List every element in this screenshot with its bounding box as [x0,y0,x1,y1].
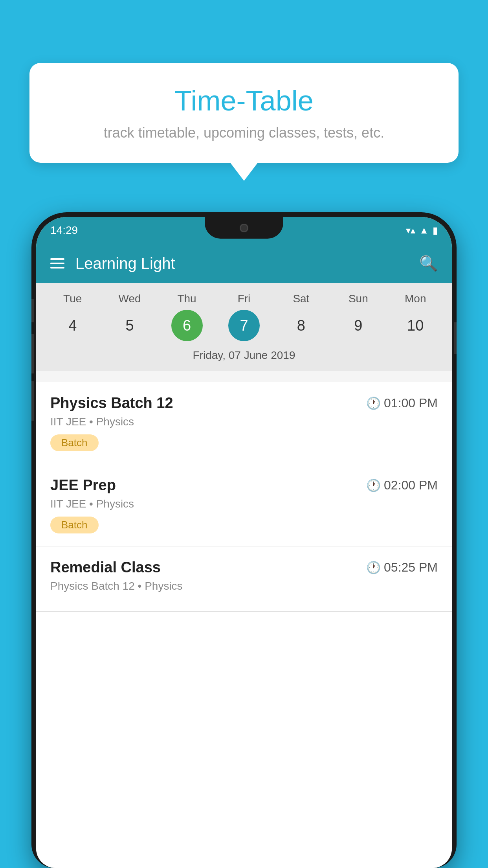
calendar-strip: Tue Wed Thu Fri Sat Sun Mon 4 5 6 7 8 9 … [36,283,452,371]
batch-badge-1: Batch [50,434,99,451]
status-icons: ▾▴ ▲ ▮ [406,225,438,236]
schedule-list: Physics Batch 12 🕐 01:00 PM IIT JEE • Ph… [36,382,452,868]
day-header-mon: Mon [396,292,435,305]
camera [240,224,248,232]
day-4[interactable]: 4 [57,310,88,341]
day-header-wed: Wed [110,292,149,305]
silent-button [31,381,34,421]
phone-frame: 14:29 ▾▴ ▲ ▮ Learning Light 🔍 Tue Wed Th… [31,212,457,868]
selected-date-label: Friday, 07 June 2019 [36,346,452,368]
schedule-name-1: Physics Batch 12 [50,395,173,412]
day-header-thu: Thu [167,292,207,305]
schedule-meta-2: IIT JEE • Physics [50,498,438,510]
power-button [454,322,457,354]
schedule-item-1-header: Physics Batch 12 🕐 01:00 PM [50,395,438,412]
day-10[interactable]: 10 [400,310,431,341]
schedule-time-3: 🕐 05:25 PM [366,560,438,575]
clock-icon-2: 🕐 [366,478,381,492]
day-7-selected[interactable]: 7 [228,310,260,341]
day-header-sat: Sat [281,292,321,305]
schedule-meta-1: IIT JEE • Physics [50,416,438,428]
day-9[interactable]: 9 [343,310,374,341]
status-time: 14:29 [50,224,78,237]
schedule-name-2: JEE Prep [50,477,116,494]
schedule-meta-3: Physics Batch 12 • Physics [50,580,438,592]
phone-screen: 14:29 ▾▴ ▲ ▮ Learning Light 🔍 Tue Wed Th… [36,217,452,868]
schedule-time-2: 🕐 02:00 PM [366,478,438,493]
volume-down-button [31,334,34,373]
app-title: Learning Light [75,255,419,272]
volume-up-button [31,299,34,322]
app-bar: Learning Light 🔍 [36,244,452,283]
tooltip-title: Time-Table [53,85,435,117]
schedule-item-3[interactable]: Remedial Class 🕐 05:25 PM Physics Batch … [36,546,452,612]
day-header-sun: Sun [339,292,378,305]
wifi-icon: ▾▴ [406,225,415,236]
tooltip-card: Time-Table track timetable, upcoming cla… [29,63,459,163]
schedule-item-3-header: Remedial Class 🕐 05:25 PM [50,559,438,576]
clock-icon-3: 🕐 [366,561,381,574]
day-header-fri: Fri [224,292,264,305]
schedule-item-2[interactable]: JEE Prep 🕐 02:00 PM IIT JEE • Physics Ba… [36,464,452,546]
battery-icon: ▮ [433,225,438,236]
search-icon[interactable]: 🔍 [419,255,438,272]
schedule-time-1: 🕐 01:00 PM [366,396,438,410]
day-numbers: 4 5 6 7 8 9 10 [36,310,452,341]
day-header-tue: Tue [53,292,92,305]
schedule-name-3: Remedial Class [50,559,161,576]
tooltip-subtitle: track timetable, upcoming classes, tests… [53,125,435,141]
day-6-today[interactable]: 6 [171,310,203,341]
schedule-item-1[interactable]: Physics Batch 12 🕐 01:00 PM IIT JEE • Ph… [36,382,452,464]
schedule-item-2-header: JEE Prep 🕐 02:00 PM [50,477,438,494]
clock-icon-1: 🕐 [366,396,381,410]
signal-icon: ▲ [419,225,429,236]
notch [205,217,283,239]
day-5[interactable]: 5 [114,310,145,341]
menu-icon[interactable] [50,258,64,268]
day-8[interactable]: 8 [285,310,317,341]
day-headers: Tue Wed Thu Fri Sat Sun Mon [36,292,452,305]
batch-badge-2: Batch [50,517,99,533]
